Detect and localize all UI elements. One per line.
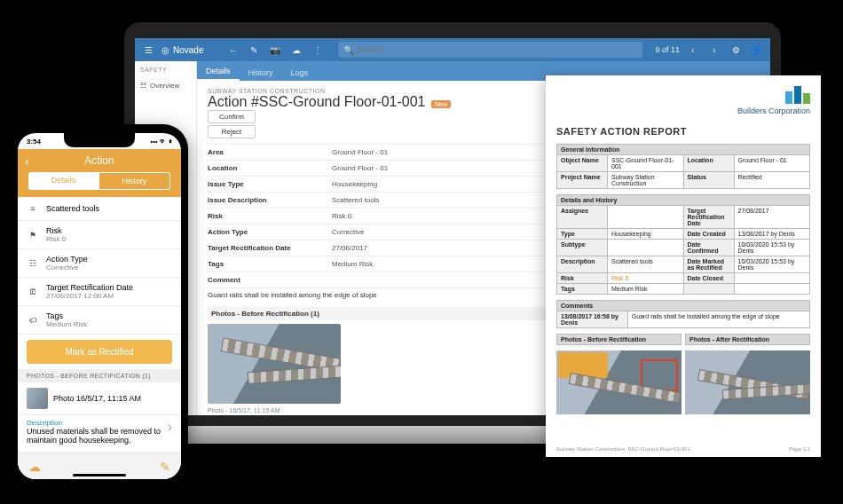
back-icon[interactable]: ←: [225, 42, 240, 58]
sidebar-heading: SAFETY: [135, 61, 196, 78]
report-title: SAFETY ACTION REPORT: [556, 126, 810, 137]
prev-icon[interactable]: ‹: [685, 42, 701, 58]
item-action-type[interactable]: ☷Action TypeCorrective: [18, 249, 181, 278]
tab-logs[interactable]: Logs: [282, 65, 318, 81]
search-icon: 🔍: [343, 45, 354, 55]
brand-logo-icon: ◎: [162, 45, 169, 55]
phone-mockup: 3:54 ••• ᯤ ▮ ‹ Action Details History ≡S…: [11, 124, 188, 488]
search-bar[interactable]: 🔍: [338, 42, 642, 58]
settings-icon[interactable]: ⚙: [728, 42, 744, 58]
back-icon[interactable]: ‹: [25, 154, 29, 169]
report-page: Builders Corporation SAFETY ACTION REPOR…: [546, 75, 821, 457]
overview-icon: ☷: [140, 82, 146, 90]
edit-icon[interactable]: ✎: [160, 460, 170, 474]
photo-thumb: [27, 388, 48, 409]
phone-header: ‹ Action: [18, 149, 181, 172]
phone-tabs: Details History: [18, 172, 181, 197]
edit-icon[interactable]: ✎: [246, 42, 262, 58]
phone-time: 3:54: [27, 138, 41, 146]
camera-icon[interactable]: 📷: [267, 42, 283, 58]
report-photo-after: [685, 350, 810, 414]
brand: ◎ Novade: [162, 45, 203, 55]
details-history-table: Details and History AssigneeTarget Recti…: [556, 194, 810, 295]
comments-table: Comments 13/08/2017 16:58 by DenisGuard …: [556, 300, 810, 328]
corp-name: Builders Corporation: [556, 106, 810, 115]
item-target-date[interactable]: 🗓Target Rectification Date27/06/2017 12:…: [18, 278, 181, 306]
type-icon: ☷: [27, 257, 39, 270]
mark-rectified-button[interactable]: Mark as Rectified: [27, 340, 172, 364]
report-photo-before: [556, 350, 681, 414]
chevron-right-icon: ›: [168, 419, 172, 435]
status-badge: New: [431, 100, 451, 108]
item-scattered[interactable]: ≡Scattered tools: [18, 197, 181, 221]
photo-before-thumb[interactable]: [208, 324, 341, 404]
upload-icon[interactable]: ☁: [288, 42, 304, 58]
phone-tab-history[interactable]: History: [98, 172, 170, 190]
cloud-upload-icon[interactable]: ☁: [28, 460, 41, 474]
description-row[interactable]: › Description Unused materials shall be …: [18, 415, 181, 452]
tab-details[interactable]: Details: [197, 63, 240, 81]
menu-icon[interactable]: ☰: [140, 42, 156, 58]
search-input[interactable]: [358, 45, 637, 54]
brand-name: Novade: [173, 45, 203, 55]
photos-before-header: PHOTOS - BEFORE RECTIFICATION (1): [18, 369, 181, 382]
phone-title: Action: [84, 154, 114, 167]
general-info-table: General Information Object NameSSC-Groun…: [556, 144, 810, 189]
home-indicator: [73, 474, 126, 476]
sidebar-item-overview[interactable]: ☷ Overview: [135, 78, 196, 93]
risk-icon: ⚑: [27, 229, 39, 241]
confirm-button[interactable]: Confirm: [208, 110, 256, 123]
action-title: Action #SSC-Ground Floor-01-001: [208, 94, 425, 109]
item-tags[interactable]: 🏷TagsMedium Risk: [18, 306, 181, 335]
report-footer: Subway Station Construction, SSC-Ground …: [556, 446, 810, 452]
report-logo: Builders Corporation: [556, 86, 810, 115]
reject-button[interactable]: Reject: [208, 125, 256, 138]
calendar-icon: 🗓: [27, 286, 39, 298]
phone-tab-details[interactable]: Details: [28, 172, 98, 190]
more-icon[interactable]: ⋮: [310, 42, 326, 58]
tag-icon: 🏷: [27, 314, 39, 327]
phone-status-icons: ••• ᯤ ▮: [150, 138, 172, 146]
item-risk[interactable]: ⚑RiskRisk 0: [18, 221, 181, 249]
app-topbar: ☰ ◎ Novade ← ✎ 📷 ☁ ⋮ 🔍 9 of 11 ‹ › ⚙ 👤: [135, 38, 770, 61]
phone-notch: [64, 133, 135, 147]
next-icon[interactable]: ›: [706, 42, 722, 58]
tab-history[interactable]: History: [240, 65, 282, 81]
user-icon[interactable]: 👤: [749, 42, 765, 58]
pager-label: 9 of 11: [655, 45, 680, 54]
list-icon: ≡: [27, 202, 39, 215]
photo-before-row[interactable]: Photo 16/5/17, 11:15 AM: [18, 382, 181, 415]
